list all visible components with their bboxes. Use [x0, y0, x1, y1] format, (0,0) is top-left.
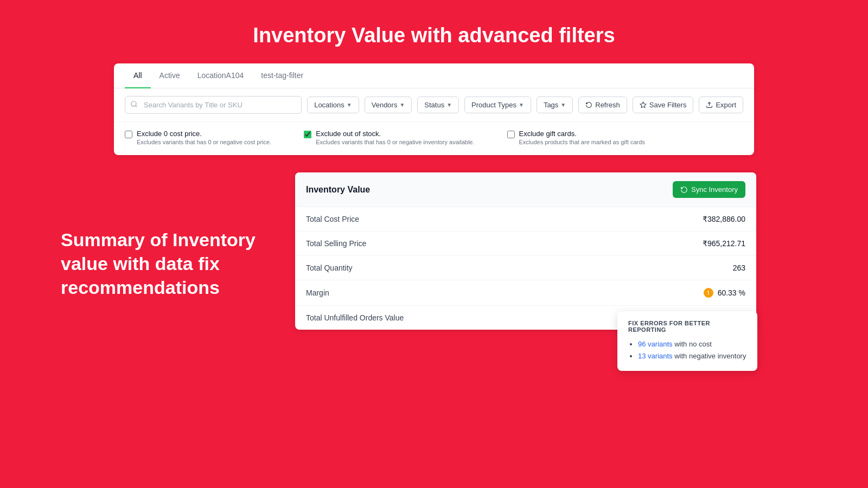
vendors-filter-button[interactable]: Vendors ▼: [365, 97, 412, 113]
sync-inventory-button[interactable]: Sync Inventory: [673, 181, 745, 198]
checkboxes-row: Exclude 0 cost price. Excludes variants …: [114, 122, 754, 155]
svg-marker-1: [640, 102, 646, 107]
negative-inventory-suffix: with negative inventory: [673, 352, 746, 360]
tab-location[interactable]: LocationA104: [189, 63, 253, 88]
exclude-gift-cards-checkbox[interactable]: [507, 131, 515, 138]
fix-errors-list: 96 variants with no cost 13 variants wit…: [628, 338, 746, 362]
exclude-zero-cost-checkbox[interactable]: [125, 131, 132, 138]
exclude-out-of-stock-checkbox[interactable]: [304, 131, 311, 138]
fix-errors-no-cost-item: 96 variants with no cost: [638, 338, 746, 350]
chevron-down-icon: ▼: [347, 102, 352, 108]
chevron-down-icon: ▼: [560, 102, 566, 108]
search-wrapper: [125, 96, 302, 114]
warning-icon: !: [704, 288, 713, 298]
save-filters-button[interactable]: Save Filters: [633, 97, 694, 113]
total-quantity-row: Total Quantity 263: [295, 256, 756, 280]
refresh-button[interactable]: Refresh: [578, 97, 627, 113]
product-types-filter-button[interactable]: Product Types ▼: [464, 97, 531, 113]
total-selling-price-row: Total Selling Price ₹965,212.71: [295, 232, 756, 256]
search-input[interactable]: [125, 96, 302, 114]
page-title: Inventory Value with advanced filters: [0, 24, 868, 47]
tab-tag-filter[interactable]: test-tag-filter: [252, 63, 312, 88]
tags-filter-button[interactable]: Tags ▼: [537, 97, 573, 113]
fix-errors-title: FIX ERRORS FOR BETTER REPORTING: [628, 320, 746, 333]
total-cost-price-row: Total Cost Price ₹382,886.00: [295, 207, 756, 232]
no-cost-suffix: with no cost: [673, 340, 712, 348]
chevron-down-icon: ▼: [399, 102, 405, 108]
exclude-gift-cards-item: Exclude gift cards. Excludes products th…: [507, 130, 645, 145]
search-icon: [130, 100, 138, 110]
fix-errors-negative-inventory-item: 13 variants with negative inventory: [638, 350, 746, 362]
status-filter-button[interactable]: Status ▼: [417, 97, 459, 113]
tab-all[interactable]: All: [125, 63, 151, 88]
locations-filter-button[interactable]: Locations ▼: [307, 97, 359, 113]
tab-active[interactable]: Active: [151, 63, 189, 88]
chevron-down-icon: ▼: [519, 102, 524, 108]
inventory-value-card: Inventory Value Sync Inventory Total Cos…: [295, 172, 756, 330]
export-button[interactable]: Export: [699, 97, 743, 113]
inventory-card-header: Inventory Value Sync Inventory: [295, 172, 756, 207]
negative-inventory-variants-link[interactable]: 13 variants: [638, 352, 673, 360]
page-header: Inventory Value with advanced filters: [0, 0, 868, 63]
summary-text: Summary of Inventory value with data fix…: [61, 228, 267, 300]
svg-point-0: [131, 101, 136, 106]
exclude-out-of-stock-item: Exclude out of stock. Excludes variants …: [304, 130, 474, 145]
no-cost-variants-link[interactable]: 96 variants: [638, 340, 673, 348]
filter-card: All Active LocationA104 test-tag-filter …: [114, 63, 754, 155]
margin-row: Margin ! 60.33 %: [295, 280, 756, 306]
tabs-container: All Active LocationA104 test-tag-filter: [114, 63, 754, 88]
filter-row: Locations ▼ Vendors ▼ Status ▼ Product T…: [114, 88, 754, 122]
chevron-down-icon: ▼: [446, 102, 452, 108]
exclude-zero-cost-item: Exclude 0 cost price. Excludes variants …: [125, 130, 271, 145]
inventory-card-title: Inventory Value: [306, 185, 370, 195]
fix-errors-card: FIX ERRORS FOR BETTER REPORTING 96 varia…: [617, 311, 757, 371]
